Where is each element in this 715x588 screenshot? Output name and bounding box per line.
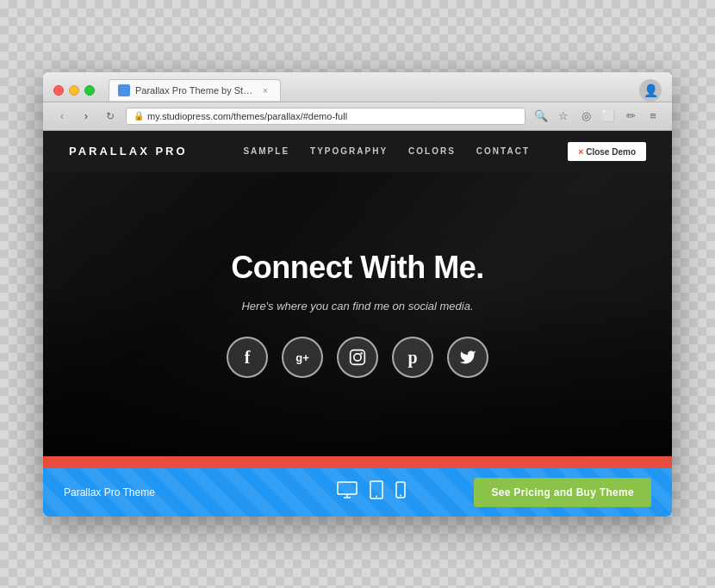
svg-rect-0 [351,350,365,365]
twitter-icon[interactable] [447,337,488,378]
x-icon: × [578,146,583,157]
nav-link-typography[interactable]: TYPOGRAPHY [310,146,388,156]
search-icon[interactable]: 🔍 [532,108,550,125]
tablet-icon [370,480,383,504]
svg-point-2 [360,352,363,355]
desktop-icon [337,481,358,503]
pinterest-icon[interactable]: p [392,337,433,378]
refresh-button[interactable]: ↻ [102,108,119,125]
browser-tab[interactable]: Parallax Pro Theme by Stu... × [109,79,281,101]
facebook-icon[interactable]: f [227,337,268,378]
back-button[interactable]: ‹ [53,108,71,125]
tab-title: Parallax Pro Theme by Stu... [135,85,254,96]
address-bar: ‹ › ↻ 🔒 my.studiopress.com/themes/parall… [43,102,672,131]
minimize-button[interactable] [69,85,79,96]
hero-title: Connect With Me. [227,250,488,286]
traffic-lights [53,85,95,96]
close-button[interactable] [53,85,64,96]
site-nav-links: SAMPLE TYPOGRAPHY COLORS CONTACT × Close… [243,142,646,161]
user-avatar[interactable]: 👤 [639,79,662,102]
instagram-icon[interactable] [337,337,378,378]
menu-icon[interactable]: ≡ [644,108,662,125]
close-demo-label: Close Demo [586,147,636,157]
tab-favicon [118,84,130,96]
url-bar[interactable]: 🔒 my.studiopress.com/themes/parallax/#de… [126,108,525,125]
website-content: PARALLAX PRO SAMPLE TYPOGRAPHY COLORS CO… [43,131,672,517]
social-icons-row: f g+ p [227,337,488,378]
footer-cta: See Pricing and Buy Theme [474,478,651,507]
title-bar: Parallax Pro Theme by Stu... × 👤 [43,72,672,102]
toolbar-icons: 🔍 ☆ ◎ ⬜ ✏ ≡ [532,108,662,125]
nav-link-contact[interactable]: CONTACT [476,146,530,156]
browser-window: Parallax Pro Theme by Stu... × 👤 ‹ › ↻ 🔒… [43,72,672,517]
hero-content: Connect With Me. Here's where you can fi… [227,250,488,378]
url-text: my.studiopress.com/themes/parallax/#demo… [147,111,518,121]
nav-link-sample[interactable]: SAMPLE [243,146,289,156]
see-pricing-button[interactable]: See Pricing and Buy Theme [474,478,651,507]
forward-button[interactable]: › [78,108,95,125]
red-bar [43,456,672,468]
hero-section: Connect With Me. Here's where you can fi… [43,172,672,456]
edit-icon[interactable]: ✏ [622,108,639,125]
footer-device-icons [269,480,474,504]
hero-subtitle: Here's where you can find me on social m… [227,300,488,313]
footer-theme-name: Parallax Pro Theme [64,486,269,498]
site-logo: PARALLAX PRO [69,145,243,158]
phone-icon [395,481,406,503]
fullscreen-button[interactable] [84,85,95,96]
site-nav: PARALLAX PRO SAMPLE TYPOGRAPHY COLORS CO… [43,131,672,172]
google-plus-icon[interactable]: g+ [282,337,323,378]
nav-link-colors[interactable]: COLORS [408,146,456,156]
bookmark-icon[interactable]: ☆ [555,108,572,125]
svg-rect-3 [338,482,357,494]
svg-point-9 [400,495,401,497]
tab-close-button[interactable]: × [259,84,271,96]
camera-icon[interactable]: ◎ [577,108,594,125]
close-demo-button[interactable]: × Close Demo [568,142,646,161]
tab-bar: Parallax Pro Theme by Stu... × [109,79,632,101]
svg-point-1 [354,354,361,361]
site-footer: Parallax Pro Theme [43,468,672,517]
svg-point-7 [376,496,377,498]
screen-icon[interactable]: ⬜ [600,108,617,125]
